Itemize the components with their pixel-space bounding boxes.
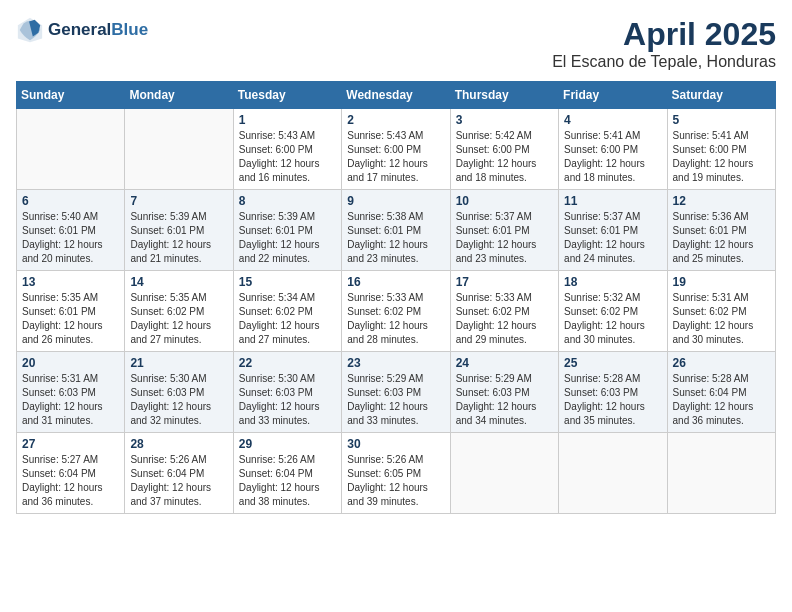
cell-info: Sunrise: 5:34 AMSunset: 6:02 PMDaylight:… xyxy=(239,291,336,347)
day-number: 28 xyxy=(130,437,227,451)
day-number: 29 xyxy=(239,437,336,451)
logo-text-block: GeneralBlue xyxy=(48,20,148,40)
calendar-cell: 3Sunrise: 5:42 AMSunset: 6:00 PMDaylight… xyxy=(450,109,558,190)
cell-info: Sunrise: 5:33 AMSunset: 6:02 PMDaylight:… xyxy=(456,291,553,347)
day-number: 18 xyxy=(564,275,661,289)
calendar-cell: 7Sunrise: 5:39 AMSunset: 6:01 PMDaylight… xyxy=(125,190,233,271)
calendar-cell: 11Sunrise: 5:37 AMSunset: 6:01 PMDayligh… xyxy=(559,190,667,271)
calendar-cell xyxy=(125,109,233,190)
cell-info: Sunrise: 5:32 AMSunset: 6:02 PMDaylight:… xyxy=(564,291,661,347)
day-number: 21 xyxy=(130,356,227,370)
day-number: 24 xyxy=(456,356,553,370)
weekday-header: Tuesday xyxy=(233,82,341,109)
calendar-week-row: 13Sunrise: 5:35 AMSunset: 6:01 PMDayligh… xyxy=(17,271,776,352)
calendar-cell: 14Sunrise: 5:35 AMSunset: 6:02 PMDayligh… xyxy=(125,271,233,352)
calendar-cell: 17Sunrise: 5:33 AMSunset: 6:02 PMDayligh… xyxy=(450,271,558,352)
calendar-cell: 4Sunrise: 5:41 AMSunset: 6:00 PMDaylight… xyxy=(559,109,667,190)
day-number: 3 xyxy=(456,113,553,127)
weekday-header: Monday xyxy=(125,82,233,109)
cell-info: Sunrise: 5:38 AMSunset: 6:01 PMDaylight:… xyxy=(347,210,444,266)
cell-info: Sunrise: 5:30 AMSunset: 6:03 PMDaylight:… xyxy=(130,372,227,428)
calendar-cell: 28Sunrise: 5:26 AMSunset: 6:04 PMDayligh… xyxy=(125,433,233,514)
calendar-week-row: 1Sunrise: 5:43 AMSunset: 6:00 PMDaylight… xyxy=(17,109,776,190)
cell-info: Sunrise: 5:43 AMSunset: 6:00 PMDaylight:… xyxy=(239,129,336,185)
day-number: 25 xyxy=(564,356,661,370)
cell-info: Sunrise: 5:40 AMSunset: 6:01 PMDaylight:… xyxy=(22,210,119,266)
calendar-table: SundayMondayTuesdayWednesdayThursdayFrid… xyxy=(16,81,776,514)
day-number: 26 xyxy=(673,356,770,370)
day-number: 1 xyxy=(239,113,336,127)
cell-info: Sunrise: 5:36 AMSunset: 6:01 PMDaylight:… xyxy=(673,210,770,266)
calendar-cell: 24Sunrise: 5:29 AMSunset: 6:03 PMDayligh… xyxy=(450,352,558,433)
day-number: 22 xyxy=(239,356,336,370)
cell-info: Sunrise: 5:29 AMSunset: 6:03 PMDaylight:… xyxy=(456,372,553,428)
location-title: El Escano de Tepale, Honduras xyxy=(552,53,776,71)
calendar-week-row: 6Sunrise: 5:40 AMSunset: 6:01 PMDaylight… xyxy=(17,190,776,271)
cell-info: Sunrise: 5:35 AMSunset: 6:01 PMDaylight:… xyxy=(22,291,119,347)
day-number: 30 xyxy=(347,437,444,451)
weekday-header: Saturday xyxy=(667,82,775,109)
calendar-cell: 8Sunrise: 5:39 AMSunset: 6:01 PMDaylight… xyxy=(233,190,341,271)
calendar-cell xyxy=(17,109,125,190)
calendar-week-row: 27Sunrise: 5:27 AMSunset: 6:04 PMDayligh… xyxy=(17,433,776,514)
day-number: 6 xyxy=(22,194,119,208)
cell-info: Sunrise: 5:39 AMSunset: 6:01 PMDaylight:… xyxy=(239,210,336,266)
calendar-cell: 12Sunrise: 5:36 AMSunset: 6:01 PMDayligh… xyxy=(667,190,775,271)
day-number: 23 xyxy=(347,356,444,370)
calendar-cell: 16Sunrise: 5:33 AMSunset: 6:02 PMDayligh… xyxy=(342,271,450,352)
cell-info: Sunrise: 5:26 AMSunset: 6:05 PMDaylight:… xyxy=(347,453,444,509)
weekday-header: Sunday xyxy=(17,82,125,109)
day-number: 10 xyxy=(456,194,553,208)
calendar-cell xyxy=(450,433,558,514)
cell-info: Sunrise: 5:31 AMSunset: 6:03 PMDaylight:… xyxy=(22,372,119,428)
cell-info: Sunrise: 5:27 AMSunset: 6:04 PMDaylight:… xyxy=(22,453,119,509)
calendar-cell xyxy=(559,433,667,514)
logo-general: General xyxy=(48,20,111,39)
day-number: 15 xyxy=(239,275,336,289)
cell-info: Sunrise: 5:35 AMSunset: 6:02 PMDaylight:… xyxy=(130,291,227,347)
calendar-cell: 22Sunrise: 5:30 AMSunset: 6:03 PMDayligh… xyxy=(233,352,341,433)
day-number: 2 xyxy=(347,113,444,127)
cell-info: Sunrise: 5:41 AMSunset: 6:00 PMDaylight:… xyxy=(564,129,661,185)
calendar-cell: 9Sunrise: 5:38 AMSunset: 6:01 PMDaylight… xyxy=(342,190,450,271)
day-number: 19 xyxy=(673,275,770,289)
calendar-cell: 2Sunrise: 5:43 AMSunset: 6:00 PMDaylight… xyxy=(342,109,450,190)
calendar-week-row: 20Sunrise: 5:31 AMSunset: 6:03 PMDayligh… xyxy=(17,352,776,433)
day-number: 20 xyxy=(22,356,119,370)
calendar-cell: 21Sunrise: 5:30 AMSunset: 6:03 PMDayligh… xyxy=(125,352,233,433)
calendar-cell: 25Sunrise: 5:28 AMSunset: 6:03 PMDayligh… xyxy=(559,352,667,433)
logo-blue: Blue xyxy=(111,20,148,39)
cell-info: Sunrise: 5:37 AMSunset: 6:01 PMDaylight:… xyxy=(456,210,553,266)
day-number: 16 xyxy=(347,275,444,289)
day-number: 14 xyxy=(130,275,227,289)
cell-info: Sunrise: 5:28 AMSunset: 6:03 PMDaylight:… xyxy=(564,372,661,428)
day-number: 12 xyxy=(673,194,770,208)
logo: GeneralBlue xyxy=(16,16,148,44)
cell-info: Sunrise: 5:30 AMSunset: 6:03 PMDaylight:… xyxy=(239,372,336,428)
calendar-cell: 5Sunrise: 5:41 AMSunset: 6:00 PMDaylight… xyxy=(667,109,775,190)
day-number: 7 xyxy=(130,194,227,208)
cell-info: Sunrise: 5:39 AMSunset: 6:01 PMDaylight:… xyxy=(130,210,227,266)
calendar-cell xyxy=(667,433,775,514)
calendar-cell: 10Sunrise: 5:37 AMSunset: 6:01 PMDayligh… xyxy=(450,190,558,271)
calendar-cell: 1Sunrise: 5:43 AMSunset: 6:00 PMDaylight… xyxy=(233,109,341,190)
cell-info: Sunrise: 5:41 AMSunset: 6:00 PMDaylight:… xyxy=(673,129,770,185)
month-title: April 2025 xyxy=(552,16,776,53)
calendar-cell: 13Sunrise: 5:35 AMSunset: 6:01 PMDayligh… xyxy=(17,271,125,352)
day-number: 13 xyxy=(22,275,119,289)
cell-info: Sunrise: 5:26 AMSunset: 6:04 PMDaylight:… xyxy=(130,453,227,509)
weekday-header: Thursday xyxy=(450,82,558,109)
calendar-cell: 27Sunrise: 5:27 AMSunset: 6:04 PMDayligh… xyxy=(17,433,125,514)
calendar-cell: 23Sunrise: 5:29 AMSunset: 6:03 PMDayligh… xyxy=(342,352,450,433)
calendar-cell: 19Sunrise: 5:31 AMSunset: 6:02 PMDayligh… xyxy=(667,271,775,352)
day-number: 11 xyxy=(564,194,661,208)
cell-info: Sunrise: 5:42 AMSunset: 6:00 PMDaylight:… xyxy=(456,129,553,185)
cell-info: Sunrise: 5:28 AMSunset: 6:04 PMDaylight:… xyxy=(673,372,770,428)
calendar-cell: 15Sunrise: 5:34 AMSunset: 6:02 PMDayligh… xyxy=(233,271,341,352)
cell-info: Sunrise: 5:33 AMSunset: 6:02 PMDaylight:… xyxy=(347,291,444,347)
calendar-cell: 18Sunrise: 5:32 AMSunset: 6:02 PMDayligh… xyxy=(559,271,667,352)
day-number: 4 xyxy=(564,113,661,127)
day-number: 27 xyxy=(22,437,119,451)
calendar-cell: 26Sunrise: 5:28 AMSunset: 6:04 PMDayligh… xyxy=(667,352,775,433)
cell-info: Sunrise: 5:37 AMSunset: 6:01 PMDaylight:… xyxy=(564,210,661,266)
